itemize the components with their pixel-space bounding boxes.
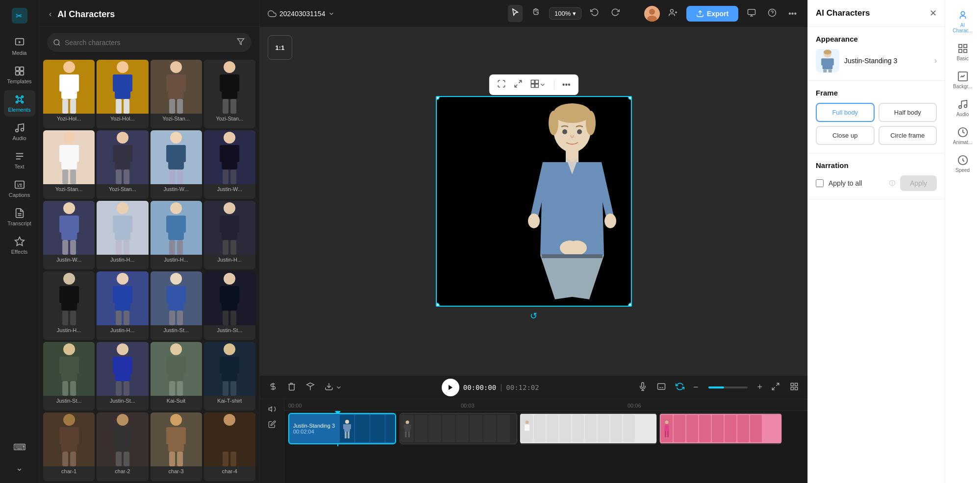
appearance-row[interactable]: Justin-Standing 3 › [816,49,937,72]
timeline-zoom-slider[interactable] [708,386,748,388]
sidebar-item-transcript[interactable]: Transcript [4,204,35,230]
timeline-zoom-in[interactable]: + [755,380,765,394]
frb-item-background[interactable]: Backgr... [948,67,978,93]
list-item[interactable]: char-4 [204,412,255,481]
redo-button[interactable] [608,5,623,22]
sidebar-item-media[interactable]: Media [4,33,35,60]
timeline-delete-button[interactable] [284,379,299,396]
frb-item-audio[interactable]: Audio [948,95,978,121]
canvas-more-button[interactable]: ••• [560,78,573,91]
app-logo[interactable]: ✂ [10,6,29,25]
list-item[interactable]: Justin-St... [97,342,148,411]
frb-item-speed[interactable]: Speed [948,151,978,177]
list-item[interactable]: Yozi-Stan... [204,60,255,128]
sidebar-item-elements[interactable]: Elements [4,90,35,117]
list-item[interactable]: char-1 [43,412,95,481]
multi-view-button[interactable] [528,77,548,92]
list-item[interactable]: Yozi-Hol... [97,60,148,128]
timeline-flip-button[interactable] [303,379,318,396]
filter-button[interactable] [236,37,246,48]
list-item[interactable]: Yozi-Hol... [43,60,95,128]
sidebar-item-text[interactable]: Text [4,147,35,173]
list-item[interactable]: Justin-W... [151,130,202,199]
hand-tool-button[interactable] [528,5,543,22]
appearance-title: Appearance [816,35,937,43]
list-item[interactable]: char-3 [151,412,202,481]
frame-circle-button[interactable]: Circle frame [879,126,937,145]
list-item[interactable]: Kai-T-shirt [204,342,255,411]
screen-record-button[interactable] [744,5,759,22]
fit-canvas-button[interactable] [495,77,507,92]
export-button[interactable]: Export [686,6,738,22]
timeline-more[interactable] [787,379,802,396]
rotate-handle[interactable]: ↺ [530,311,537,321]
timeline-edit-button[interactable] [266,418,278,432]
right-panel-close-button[interactable]: ✕ [930,8,937,19]
timeline-split-button[interactable] [266,379,280,396]
help-button[interactable] [765,5,779,22]
list-item[interactable]: Kai-Suit [151,342,202,411]
add-user-button[interactable] [666,5,680,22]
sidebar-item-collapse[interactable]: ⌄ [4,459,35,477]
narration-row: Apply to all ⓘ Apply [816,175,937,191]
list-item[interactable]: Justin-W... [204,130,255,199]
play-button[interactable] [442,379,459,396]
captions-timeline-button[interactable] [654,379,669,396]
svg-rect-213 [409,425,411,429]
profile-button[interactable] [644,6,660,22]
resize-handle-br[interactable] [628,303,632,307]
frame-close-up-button[interactable]: Close up [816,126,875,145]
resize-handle-bl[interactable] [436,303,440,307]
aspect-ratio-button[interactable]: 1:1 [268,35,292,60]
sync-button[interactable] [673,379,687,396]
apply-to-all-checkbox[interactable] [816,179,824,187]
info-icon[interactable]: ⓘ [889,179,895,188]
svg-line-198 [772,387,775,389]
zoom-level-button[interactable]: 100% ▾ [549,7,581,20]
timeline-fullscreen[interactable] [768,379,783,396]
svg-point-188 [562,129,567,134]
timeline-audio-mute[interactable] [266,403,278,416]
search-input[interactable] [65,39,232,47]
more-options-button[interactable]: ••• [785,6,800,21]
sidebar-item-templates[interactable]: Templates [4,62,35,88]
list-item[interactable]: Justin-St... [204,271,255,340]
frb-item-basic[interactable]: Basic [948,39,978,65]
list-item[interactable]: char-2 [97,412,148,481]
apply-button[interactable]: Apply [900,175,937,191]
list-item[interactable]: Justin-W... [43,201,95,269]
project-name[interactable]: 202403031154 [268,9,335,18]
microphone-button[interactable] [635,379,650,396]
sidebar-item-audio[interactable]: Audio [4,119,35,145]
list-item[interactable]: Justin-St... [43,342,95,411]
list-item[interactable]: Justin-H... [43,271,95,340]
svg-rect-169 [748,9,755,15]
timeline-clip-2[interactable] [400,413,517,444]
timeline-clip-4[interactable] [659,413,782,444]
frame-full-body-button[interactable]: Full body [816,103,875,122]
list-item[interactable]: Justin-St... [151,271,202,340]
sidebar-item-captions[interactable]: Captions [4,175,35,202]
list-item[interactable]: Yozi-Stan... [151,60,202,128]
undo-button[interactable] [587,5,602,22]
sidebar-item-more[interactable]: ⌨ [4,438,35,457]
frb-item-animate[interactable]: Animat... [948,123,978,149]
select-tool-button[interactable] [508,5,523,22]
list-item[interactable]: Justin-H... [97,271,148,340]
back-button[interactable]: ‹ [47,8,53,21]
timeline-clip-3[interactable] [520,413,657,444]
sidebar-item-effects[interactable]: Effects [4,232,35,259]
list-item[interactable]: Justin-H... [97,201,148,269]
list-item[interactable]: Yozi-Stan... [97,130,148,199]
svg-line-197 [777,383,779,386]
timeline-zoom-out[interactable]: − [691,380,701,394]
expand-canvas-button[interactable] [511,77,524,92]
list-item[interactable]: Yozi-Stan... [43,130,95,199]
frame-half-body-button[interactable]: Half body [879,103,937,122]
timeline-download-button[interactable] [322,379,345,396]
frb-item-ai-char[interactable]: AI Charac... [948,6,978,37]
timeline-clip-main[interactable]: Justin-Standing 3 00:02:04 [288,413,396,444]
list-item[interactable]: Justin-H... [151,201,202,269]
svg-rect-135 [220,357,226,374]
list-item[interactable]: Justin-H... [204,201,255,269]
